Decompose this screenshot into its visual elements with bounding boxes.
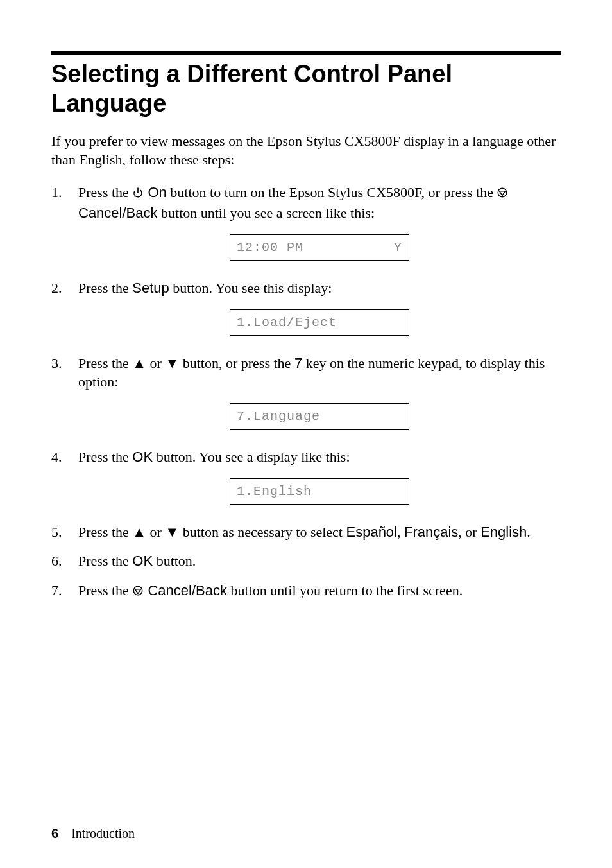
step-3-text-b: button, or press the	[179, 355, 294, 371]
cancel-back-icon	[497, 184, 508, 204]
step-2-text-b: button. You see this display:	[169, 280, 332, 296]
step-5-text-b: button as necessary to select	[179, 524, 346, 540]
step-2-text-a: Press the	[78, 280, 132, 296]
seven-key-label: 7	[294, 355, 302, 371]
heading-rule	[51, 51, 561, 55]
step-6-text-a: Press the	[78, 553, 132, 569]
comma-1: ,	[397, 524, 404, 540]
step-7: Press the Cancel/Back button until you r…	[51, 581, 561, 602]
setup-button-label: Setup	[132, 280, 169, 296]
espanol-label: Español	[346, 524, 397, 540]
lcd-display-2: 1.Load/Eject	[230, 309, 409, 336]
step-1-text-b: button to turn on the Epson Stylus CX580…	[167, 184, 497, 200]
step-4-text-a: Press the	[78, 449, 132, 465]
step-2: Press the Setup button. You see this dis…	[51, 279, 561, 336]
step-7-text-b: button until you return to the first scr…	[227, 582, 463, 598]
step-5-period: .	[527, 524, 531, 540]
step-3: Press the ▲ or ▼ button, or press the 7 …	[51, 354, 561, 430]
display-2-text: 1.Load/Eject	[237, 315, 337, 330]
cancel-back-icon-2	[132, 582, 144, 602]
down-arrow-icon-2: ▼	[165, 524, 179, 540]
step-4: Press the OK button. You see a display l…	[51, 447, 561, 505]
display-1-indicator: Y	[394, 239, 402, 256]
step-7-text-a: Press the	[78, 582, 132, 598]
power-icon	[132, 184, 144, 204]
step-5-text-a: Press the	[78, 524, 132, 540]
ok-button-label-2: OK	[132, 553, 153, 569]
step-5-or: or	[146, 524, 165, 540]
lcd-display-1: 12:00 PM Y	[230, 234, 409, 261]
section-name: Introduction	[71, 826, 135, 840]
page-footer: 6 Introduction	[51, 826, 135, 841]
intro-paragraph: If you prefer to view messages on the Ep…	[51, 132, 561, 169]
display-4-text: 1.English	[237, 484, 312, 499]
ok-button-label-1: OK	[132, 449, 153, 465]
svg-marker-5	[135, 589, 141, 594]
english-label: English	[480, 524, 527, 540]
step-5: Press the ▲ or ▼ button as necessary to …	[51, 523, 561, 542]
step-1: Press the On button to turn on the Epson…	[51, 183, 561, 260]
lcd-display-3: 7.Language	[230, 403, 409, 430]
svg-marker-3	[500, 191, 506, 196]
francais-label: Français	[404, 524, 458, 540]
step-3-text-a: Press the	[78, 355, 132, 371]
step-6: Press the OK button.	[51, 551, 561, 571]
up-arrow-icon-2: ▲	[132, 524, 146, 540]
step-4-text-b: button. You see a display like this:	[153, 449, 350, 465]
on-button-label: On	[144, 184, 166, 200]
display-1-time: 12:00 PM	[237, 239, 303, 256]
step-1-text-c: button until you see a screen like this:	[158, 205, 375, 221]
display-3-text: 7.Language	[237, 409, 320, 424]
step-6-text-b: button.	[153, 553, 196, 569]
up-arrow-icon: ▲	[132, 355, 146, 371]
page-heading: Selecting a Different Control Panel Lang…	[51, 60, 561, 118]
cancel-back-label-2: Cancel/Back	[144, 582, 227, 598]
cancel-back-label: Cancel/Back	[78, 205, 158, 221]
step-3-or: or	[146, 355, 165, 371]
step-1-text-a: Press the	[78, 184, 132, 200]
steps-list: Press the On button to turn on the Epson…	[51, 183, 561, 601]
comma-or: , or	[458, 524, 480, 540]
lcd-display-4: 1.English	[230, 478, 409, 505]
down-arrow-icon: ▼	[165, 355, 179, 371]
page-number: 6	[51, 826, 58, 840]
